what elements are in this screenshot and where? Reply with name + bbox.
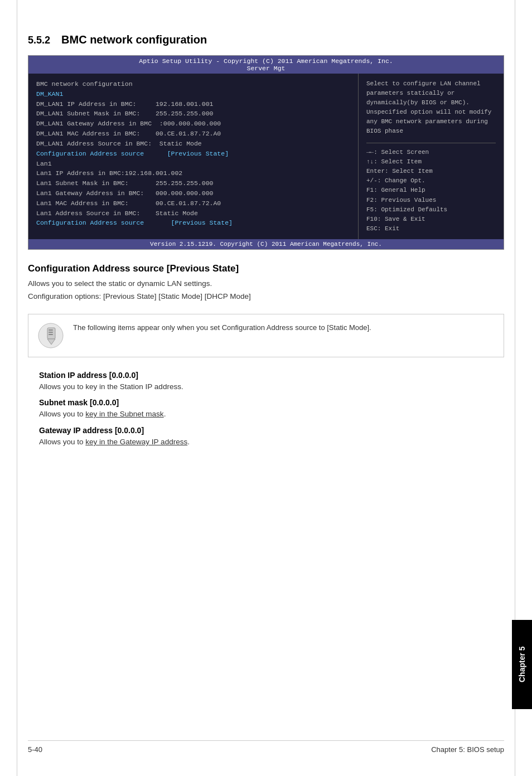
sub-item-subnet-mask-before: Allows you to	[39, 410, 85, 418]
sub-item-station-ip-title: Station IP address [0.0.0.0]	[39, 371, 504, 380]
bios-line-5: DM_LAN1 Gateway Address in BMC :000.000.…	[36, 119, 350, 129]
section-heading: 5.5.2 BMC network configuration	[28, 33, 504, 46]
pencil-icon	[37, 322, 64, 349]
bios-line-11: Lan1 Subnet Mask in BMC: 255.255.255.000	[36, 178, 350, 188]
section-number: 5.5.2	[28, 35, 50, 46]
sub-item-subnet-mask-title: Subnet mask [0.0.0.0]	[39, 398, 504, 407]
bios-key-6: F2: Previous Values	[366, 196, 496, 205]
sub-item-gateway-ip-title: Gateway IP address [0.0.0.0]	[39, 426, 504, 435]
page-border-left	[17, 0, 17, 776]
sub-item-station-ip: Station IP address [0.0.0.0] Allows you …	[39, 371, 504, 393]
config-address-line2: Configuration options: [Previous State] …	[28, 290, 504, 303]
bios-key-7: F5: Optimized Defaults	[366, 205, 496, 215]
bios-header-line2: Server Mgt	[33, 65, 499, 72]
svg-rect-5	[49, 334, 53, 335]
bios-line-8: Configuration Address source [Previous S…	[36, 149, 350, 159]
sub-item-gateway-ip-text: Allows you to key in the Gateway IP addr…	[39, 436, 504, 448]
bios-right-panel: Select to configure LAN channel paramete…	[359, 74, 504, 239]
config-address-section: Configuration Address source [Previous S…	[28, 263, 504, 303]
sub-item-gateway-ip-after: .	[187, 438, 190, 446]
note-box: The following items appear only when you…	[28, 314, 504, 357]
footer-left: 5-40	[28, 745, 42, 754]
bios-key-9: ESC: Exit	[366, 224, 496, 234]
chapter-sidebar-label: Chapter 5	[518, 647, 526, 683]
footer-right: Chapter 5: BIOS setup	[431, 745, 504, 754]
bios-header-line1: Aptio Setup Utility - Copyright (C) 2011…	[33, 57, 499, 65]
sub-item-station-ip-text: Allows you to key in the Station IP addr…	[39, 381, 504, 393]
bios-line-2: DM_KAN1	[36, 89, 350, 99]
note-icon	[37, 322, 64, 349]
sub-item-subnet-mask-text: Allows you to key in the Subnet mask.	[39, 408, 504, 420]
bios-terminal-box: Aptio Setup Utility - Copyright (C) 2011…	[28, 55, 504, 250]
bios-line-15: Configuration Address source [Previous S…	[36, 218, 350, 228]
sub-items-list: Station IP address [0.0.0.0] Allows you …	[39, 371, 504, 448]
config-address-line1: Allows you to select the static or dynam…	[28, 278, 504, 290]
sub-item-gateway-ip-underline: key in the Gateway IP address	[85, 438, 187, 446]
bios-help-text: Select to configure LAN channel paramete…	[366, 79, 496, 136]
bios-line-3: DM_LAN1 IP Address in BMC: 192.168.001.0…	[36, 99, 350, 109]
bios-key-1: →←: Select Screen	[366, 148, 496, 157]
bios-header: Aptio Setup Utility - Copyright (C) 2011…	[28, 56, 504, 74]
bios-footer: Version 2.15.1219. Copyright (C) 2011 Am…	[28, 239, 504, 249]
section-title: BMC network configuration	[61, 33, 207, 46]
page-footer: 5-40 Chapter 5: BIOS setup	[28, 740, 504, 754]
chapter-sidebar: Chapter 5	[512, 620, 532, 709]
bios-line-14: Lan1 Address Source in BMC: Static Mode	[36, 208, 350, 219]
config-address-heading: Configuration Address source [Previous S…	[28, 263, 504, 274]
bios-key-3: Enter: Select Item	[366, 167, 496, 176]
bios-line-9: Lan1	[36, 159, 350, 169]
bios-line-7: DM_LAN1 Address Source in BMC: Static Mo…	[36, 139, 350, 149]
bios-line-1: BMC network configuration	[36, 79, 350, 89]
bios-line-6: DM_LAN1 MAC Address in BMC: 00.CE.01.87.…	[36, 129, 350, 139]
bios-body: BMC network configuration DM_KAN1 DM_LAN…	[28, 74, 504, 239]
bios-line-13: Lan1 MAC Address in BMC: 00.CE.01.87.72.…	[36, 198, 350, 208]
sub-item-subnet-mask-underline: key in the Subnet mask	[85, 410, 163, 418]
bios-key-4: +/-: Change Opt.	[366, 176, 496, 186]
sub-item-subnet-mask-after: .	[164, 410, 166, 418]
bios-key-list: →←: Select Screen ↑↓: Select Item Enter:…	[366, 148, 496, 233]
svg-rect-3	[49, 329, 53, 331]
bios-left-panel: BMC network configuration DM_KAN1 DM_LAN…	[28, 74, 359, 239]
bios-key-5: F1: General Help	[366, 186, 496, 195]
sub-item-gateway-ip: Gateway IP address [0.0.0.0] Allows you …	[39, 426, 504, 448]
sub-item-subnet-mask: Subnet mask [0.0.0.0] Allows you to key …	[39, 398, 504, 420]
sub-item-gateway-ip-before: Allows you to	[39, 438, 85, 446]
bios-key-8: F10: Save & Exit	[366, 215, 496, 224]
bios-line-12: Lan1 Gateway Address in BMC: 000.000.000…	[36, 188, 350, 198]
bios-line-10: Lan1 IP Address in BMC:192.168.001.002	[36, 168, 350, 178]
bios-line-4: DM_LAN1 Subnet Mask in BMC: 255.255.255.…	[36, 109, 350, 119]
sub-item-station-ip-text-content: Allows you to key in the Station IP addr…	[39, 382, 183, 391]
bios-divider	[366, 143, 496, 143]
note-text: The following items appear only when you…	[73, 322, 371, 334]
svg-rect-4	[49, 332, 53, 333]
bios-key-2: ↑↓: Select Item	[366, 157, 496, 167]
